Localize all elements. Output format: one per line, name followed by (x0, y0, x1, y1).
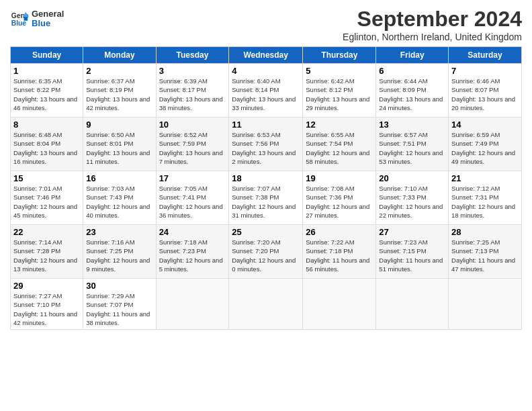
calendar-cell (229, 279, 303, 330)
calendar-week-row: 8 Sunrise: 6:48 AMSunset: 8:04 PMDayligh… (11, 118, 522, 171)
day-info: Sunrise: 6:48 AMSunset: 8:04 PMDaylight:… (13, 131, 77, 165)
day-info: Sunrise: 6:39 AMSunset: 8:17 PMDaylight:… (159, 77, 223, 111)
header: General Blue General Blue September 2024… (10, 7, 522, 42)
day-number: 11 (232, 120, 300, 130)
day-number: 17 (159, 173, 226, 183)
logo: General Blue General Blue (10, 9, 64, 29)
calendar-cell: 29 Sunrise: 7:27 AMSunset: 7:10 PMDaylig… (11, 279, 83, 330)
day-info: Sunrise: 6:37 AMSunset: 8:19 PMDaylight:… (86, 77, 150, 111)
day-number: 26 (306, 227, 373, 237)
calendar-cell: 4 Sunrise: 6:40 AMSunset: 8:14 PMDayligh… (229, 64, 303, 118)
day-info: Sunrise: 6:55 AMSunset: 7:54 PMDaylight:… (306, 131, 369, 165)
day-number: 7 (451, 66, 519, 76)
calendar-cell: 1 Sunrise: 6:35 AMSunset: 8:22 PMDayligh… (11, 64, 83, 118)
logo-blue: Blue (32, 19, 64, 28)
day-number: 25 (232, 227, 300, 237)
calendar-cell: 28 Sunrise: 7:25 AMSunset: 7:13 PMDaylig… (449, 225, 522, 279)
calendar-cell: 14 Sunrise: 6:59 AMSunset: 7:49 PMDaylig… (449, 118, 522, 171)
col-thursday: Thursday (303, 47, 376, 64)
calendar-cell (303, 279, 376, 330)
svg-text:Blue: Blue (11, 20, 27, 28)
calendar-cell: 26 Sunrise: 7:22 AMSunset: 7:18 PMDaylig… (303, 225, 376, 279)
page-container: General Blue General Blue September 2024… (0, 0, 532, 336)
day-number: 9 (86, 120, 152, 130)
calendar-cell: 8 Sunrise: 6:48 AMSunset: 8:04 PMDayligh… (11, 118, 83, 171)
day-number: 18 (232, 173, 300, 183)
col-sunday: Sunday (11, 47, 83, 64)
day-info: Sunrise: 6:42 AMSunset: 8:12 PMDaylight:… (306, 77, 369, 111)
col-tuesday: Tuesday (156, 47, 229, 64)
day-number: 2 (86, 66, 152, 76)
day-info: Sunrise: 7:29 AMSunset: 7:07 PMDaylight:… (86, 292, 150, 326)
calendar-cell: 18 Sunrise: 7:07 AMSunset: 7:38 PMDaylig… (229, 171, 303, 225)
day-number: 15 (13, 173, 80, 183)
day-number: 14 (451, 120, 519, 130)
day-info: Sunrise: 7:14 AMSunset: 7:28 PMDaylight:… (13, 238, 77, 273)
calendar-cell: 16 Sunrise: 7:03 AMSunset: 7:43 PMDaylig… (83, 171, 156, 225)
calendar-cell: 6 Sunrise: 6:44 AMSunset: 8:09 PMDayligh… (376, 64, 449, 118)
day-number: 10 (159, 120, 226, 130)
day-info: Sunrise: 6:53 AMSunset: 7:56 PMDaylight:… (232, 131, 296, 165)
logo-icon: General Blue (10, 9, 29, 28)
calendar-cell: 21 Sunrise: 7:12 AMSunset: 7:31 PMDaylig… (449, 171, 522, 225)
calendar-cell: 25 Sunrise: 7:20 AMSunset: 7:20 PMDaylig… (229, 225, 303, 279)
calendar-cell: 17 Sunrise: 7:05 AMSunset: 7:41 PMDaylig… (156, 171, 229, 225)
location-subtitle: Eglinton, Northern Ireland, United Kingd… (343, 32, 522, 42)
day-info: Sunrise: 7:23 AMSunset: 7:15 PMDaylight:… (379, 238, 443, 273)
day-number: 24 (159, 227, 226, 237)
day-number: 3 (159, 66, 226, 76)
day-info: Sunrise: 7:12 AMSunset: 7:31 PMDaylight:… (451, 185, 515, 219)
day-number: 28 (451, 227, 519, 237)
day-info: Sunrise: 6:52 AMSunset: 7:59 PMDaylight:… (159, 131, 223, 165)
calendar-cell: 5 Sunrise: 6:42 AMSunset: 8:12 PMDayligh… (303, 64, 376, 118)
calendar-cell: 7 Sunrise: 6:46 AMSunset: 8:07 PMDayligh… (449, 64, 522, 118)
calendar-cell: 27 Sunrise: 7:23 AMSunset: 7:15 PMDaylig… (376, 225, 449, 279)
day-info: Sunrise: 7:27 AMSunset: 7:10 PMDaylight:… (13, 292, 77, 326)
day-number: 23 (86, 227, 152, 237)
day-info: Sunrise: 7:10 AMSunset: 7:33 PMDaylight:… (379, 185, 443, 219)
calendar-cell: 10 Sunrise: 6:52 AMSunset: 7:59 PMDaylig… (156, 118, 229, 171)
calendar-cell: 30 Sunrise: 7:29 AMSunset: 7:07 PMDaylig… (83, 279, 156, 330)
day-number: 5 (306, 66, 373, 76)
calendar-week-row: 15 Sunrise: 7:01 AMSunset: 7:46 PMDaylig… (11, 171, 522, 225)
day-info: Sunrise: 7:08 AMSunset: 7:36 PMDaylight:… (306, 185, 369, 219)
day-number: 27 (379, 227, 445, 237)
day-info: Sunrise: 7:16 AMSunset: 7:25 PMDaylight:… (86, 238, 150, 273)
day-info: Sunrise: 6:57 AMSunset: 7:51 PMDaylight:… (379, 131, 443, 165)
col-saturday: Saturday (449, 47, 522, 64)
calendar-cell (449, 279, 522, 330)
day-info: Sunrise: 7:01 AMSunset: 7:46 PMDaylight:… (13, 185, 77, 219)
day-info: Sunrise: 7:05 AMSunset: 7:41 PMDaylight:… (159, 185, 223, 219)
day-number: 1 (13, 66, 80, 76)
day-number: 6 (379, 66, 445, 76)
calendar-cell (376, 279, 449, 330)
day-info: Sunrise: 7:18 AMSunset: 7:23 PMDaylight:… (159, 238, 223, 273)
calendar-header-row: Sunday Monday Tuesday Wednesday Thursday… (11, 47, 522, 64)
calendar-cell: 2 Sunrise: 6:37 AMSunset: 8:19 PMDayligh… (83, 64, 156, 118)
day-number: 21 (451, 173, 519, 183)
day-info: Sunrise: 6:46 AMSunset: 8:07 PMDaylight:… (451, 77, 515, 111)
col-wednesday: Wednesday (229, 47, 303, 64)
calendar-cell: 22 Sunrise: 7:14 AMSunset: 7:28 PMDaylig… (11, 225, 83, 279)
calendar-cell: 24 Sunrise: 7:18 AMSunset: 7:23 PMDaylig… (156, 225, 229, 279)
day-number: 8 (13, 120, 80, 130)
calendar-week-row: 1 Sunrise: 6:35 AMSunset: 8:22 PMDayligh… (11, 64, 522, 118)
day-number: 30 (86, 281, 152, 291)
calendar-cell: 9 Sunrise: 6:50 AMSunset: 8:01 PMDayligh… (83, 118, 156, 171)
day-number: 13 (379, 120, 445, 130)
calendar-cell: 11 Sunrise: 6:53 AMSunset: 7:56 PMDaylig… (229, 118, 303, 171)
title-block: September 2024 Eglinton, Northern Irelan… (343, 7, 522, 42)
calendar-week-row: 22 Sunrise: 7:14 AMSunset: 7:28 PMDaylig… (11, 225, 522, 279)
day-info: Sunrise: 7:20 AMSunset: 7:20 PMDaylight:… (232, 238, 296, 273)
calendar-cell: 19 Sunrise: 7:08 AMSunset: 7:36 PMDaylig… (303, 171, 376, 225)
day-number: 12 (306, 120, 373, 130)
col-friday: Friday (376, 47, 449, 64)
day-info: Sunrise: 7:22 AMSunset: 7:18 PMDaylight:… (306, 238, 369, 273)
day-number: 16 (86, 173, 152, 183)
calendar-cell: 23 Sunrise: 7:16 AMSunset: 7:25 PMDaylig… (83, 225, 156, 279)
day-info: Sunrise: 7:07 AMSunset: 7:38 PMDaylight:… (232, 185, 296, 219)
logo-general: General (32, 9, 64, 19)
calendar-cell: 13 Sunrise: 6:57 AMSunset: 7:51 PMDaylig… (376, 118, 449, 171)
calendar-cell: 20 Sunrise: 7:10 AMSunset: 7:33 PMDaylig… (376, 171, 449, 225)
col-monday: Monday (83, 47, 156, 64)
